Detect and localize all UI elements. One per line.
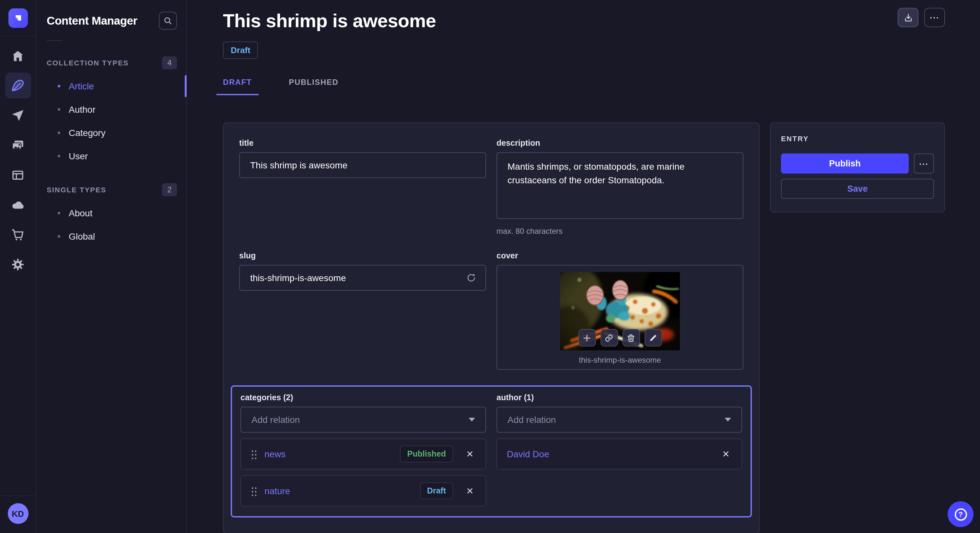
relation-item-nature: nature Draft ✕ [240, 475, 486, 506]
sidebar-item-label: About [69, 208, 92, 218]
tab-published[interactable]: PUBLISHED [282, 74, 345, 95]
nav-rail: KD [0, 0, 36, 533]
field-author: author (1) Add relation David Doe ✕ [496, 393, 742, 470]
more-icon: ⋯ [929, 14, 940, 21]
download-icon [903, 13, 913, 22]
cover-edit-button[interactable] [644, 329, 662, 346]
link-icon [605, 333, 614, 342]
media-library-icon[interactable] [5, 132, 31, 158]
header-more-button[interactable]: ⋯ [924, 8, 945, 27]
sidebar-item-article[interactable]: Article [36, 75, 186, 98]
home-icon[interactable] [5, 43, 31, 69]
categories-add-relation-combobox[interactable]: Add relation [240, 407, 486, 433]
relation-link[interactable]: news [264, 449, 285, 459]
title-input[interactable] [239, 152, 486, 178]
status-badge: Draft [223, 41, 258, 59]
settings-icon[interactable] [5, 251, 31, 277]
collection-types-count-badge: 4 [162, 56, 177, 69]
bullet-icon [58, 108, 60, 111]
field-description: description Mantis shrimps, or stomatopo… [496, 139, 743, 236]
cover-add-button[interactable] [578, 329, 596, 346]
sidebar-title: Content Manager [47, 14, 137, 27]
page-title: This shrimp is awesome [223, 10, 945, 32]
slug-input[interactable] [239, 265, 486, 291]
form-card: title description Mantis shrimps, or sto… [223, 122, 760, 533]
single-types-count-badge: 2 [162, 183, 177, 196]
field-title: title [239, 139, 486, 236]
author-add-relation-combobox[interactable]: Add relation [496, 407, 742, 433]
sidebar-item-label: Article [69, 81, 94, 91]
bullet-icon [58, 235, 60, 238]
pencil-icon [649, 333, 657, 342]
sidebar-item-label: Category [69, 128, 106, 138]
user-avatar[interactable]: KD [8, 503, 28, 524]
sidebar-item-label: Global [69, 231, 95, 241]
remove-relation-button[interactable]: ✕ [464, 486, 476, 496]
trash-icon [627, 333, 635, 342]
export-button[interactable] [898, 8, 918, 27]
section-label: COLLECTION TYPES [47, 59, 129, 67]
app: KD Content Manager COLLECTION TYPES 4 Ar… [0, 0, 980, 533]
regenerate-slug-button[interactable] [464, 271, 478, 285]
strapi-logo[interactable] [8, 8, 27, 27]
cloud-icon[interactable] [5, 192, 31, 217]
sidebar-item-label: User [69, 151, 88, 161]
sidebar-item-category[interactable]: Category [36, 121, 186, 144]
author-label: author (1) [496, 393, 742, 402]
cover-label: cover [496, 251, 743, 260]
header-actions: ⋯ [898, 8, 945, 27]
rail-nav [5, 43, 31, 277]
more-icon: ⋯ [919, 160, 929, 167]
categories-label: categories (2) [240, 393, 486, 402]
status-chip-draft: Draft [420, 482, 453, 499]
publish-button[interactable]: Publish [781, 154, 909, 174]
remove-relation-button[interactable]: ✕ [720, 449, 732, 459]
description-hint: max. 80 characters [496, 227, 743, 236]
logo-section [0, 0, 36, 36]
strapi-logo-icon [12, 12, 24, 24]
plus-icon [582, 333, 592, 342]
sidebar-header: Content Manager [36, 0, 186, 30]
sidebar: Content Manager COLLECTION TYPES 4 Artic… [36, 0, 187, 533]
marketplace-icon[interactable] [5, 222, 31, 247]
sidebar-item-user[interactable]: User [36, 144, 186, 168]
relation-link[interactable]: nature [264, 486, 290, 496]
cover-copy-link-button[interactable] [600, 329, 618, 346]
sidebar-item-about[interactable]: About [36, 201, 186, 225]
relation-link[interactable]: David Doe [507, 449, 549, 459]
drag-handle-icon[interactable] [251, 486, 257, 496]
bullet-icon [58, 85, 60, 87]
bullet-icon [58, 155, 60, 157]
sidebar-item-label: Author [69, 104, 95, 115]
section-header-collection-types: COLLECTION TYPES 4 [36, 56, 186, 69]
help-button[interactable]: ? [948, 501, 974, 527]
bullet-icon [58, 212, 60, 214]
remove-relation-button[interactable]: ✕ [464, 449, 476, 459]
relation-item-david-doe: David Doe ✕ [496, 438, 742, 470]
cover-delete-button[interactable] [622, 329, 640, 346]
entry-panel-title: ENTRY [781, 135, 934, 143]
section-label: SINGLE TYPES [47, 186, 106, 194]
field-categories: categories (2) Add relation news Publish… [240, 393, 486, 506]
content-type-builder-icon[interactable] [5, 162, 31, 188]
avatar-initials: KD [12, 509, 24, 519]
chevron-down-icon [725, 418, 731, 422]
sidebar-item-global[interactable]: Global [36, 225, 186, 248]
cover-toolbar [578, 329, 662, 346]
search-button[interactable] [159, 12, 177, 30]
sidebar-item-author[interactable]: Author [36, 98, 186, 121]
tab-draft[interactable]: DRAFT [216, 74, 258, 95]
releases-icon[interactable] [5, 102, 31, 128]
drag-handle-icon[interactable] [251, 449, 257, 459]
entry-panel: ENTRY Publish ⋯ Save [770, 122, 945, 213]
entry-more-button[interactable]: ⋯ [914, 154, 934, 174]
field-cover: cover [496, 251, 743, 370]
rail-bottom: KD [0, 495, 36, 533]
content-manager-icon[interactable] [5, 73, 31, 98]
relations-zone: categories (2) Add relation news Publish… [231, 385, 752, 517]
save-button[interactable]: Save [781, 179, 934, 199]
title-label: title [239, 139, 486, 148]
search-icon [163, 16, 172, 25]
entry-actions: Publish ⋯ [781, 154, 934, 174]
description-textarea[interactable]: Mantis shrimps, or stomatopods, are mari… [496, 152, 743, 219]
